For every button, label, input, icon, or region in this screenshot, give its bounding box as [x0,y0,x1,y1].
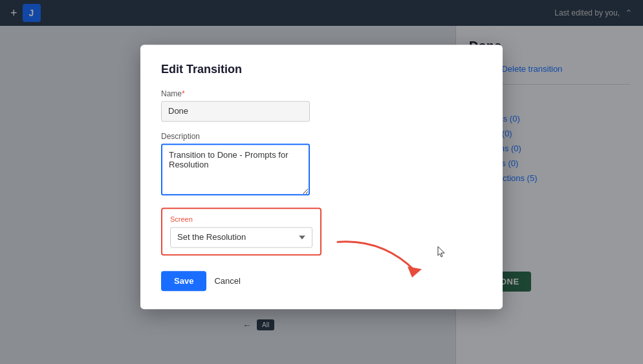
description-form-group: Description Transition to Done - Prompts… [161,132,482,197]
description-label: Description [161,132,482,141]
name-label: Name* [161,89,482,98]
name-input[interactable] [161,101,310,122]
modal-title: Edit Transition [161,63,482,76]
screen-label: Screen [170,215,312,223]
edit-transition-modal: Edit Transition Name* Description Transi… [140,45,503,309]
name-form-group: Name* [161,89,482,122]
screen-selector-group: Screen Set the Resolution None Resolve I… [161,208,322,255]
screen-select[interactable]: Set the Resolution None Resolve Issue [170,227,312,248]
save-button[interactable]: Save [161,271,206,291]
required-indicator: * [182,89,185,98]
screen-form-group: Screen Set the Resolution None Resolve I… [161,208,482,255]
description-input[interactable]: Transition to Done - Prompts for Resolut… [161,144,310,195]
modal-actions: Save Cancel [161,271,482,291]
cancel-button[interactable]: Cancel [214,276,240,286]
